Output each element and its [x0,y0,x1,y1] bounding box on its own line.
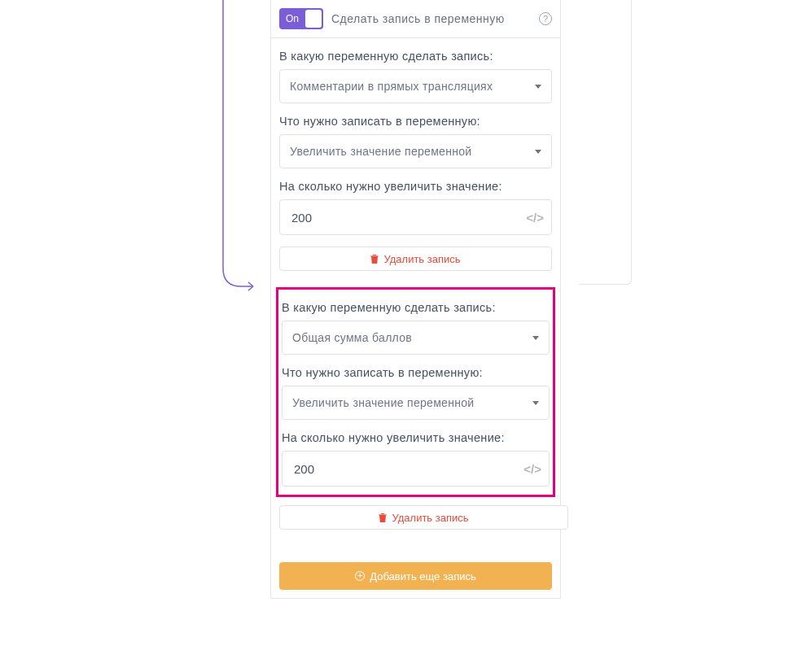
code-icon[interactable]: </> [526,211,544,225]
select-value: Комментарии в прямых трансляциях [290,80,532,93]
value-input[interactable] [282,451,550,487]
field-label-value: На сколько нужно увеличить значение: [279,180,552,193]
panel-header: On Сделать запись в переменную ? [271,0,560,37]
select-value: Увеличить значение переменной [290,145,532,158]
select-value: Общая сумма баллов [292,331,529,344]
variable-select[interactable]: Общая сумма баллов [282,321,550,355]
chevron-down-icon [532,401,539,405]
chevron-down-icon [535,150,541,154]
delete-label: Удалить запись [392,512,468,524]
field-label-variable: В какую переменную сделать запись: [282,301,550,314]
trash-icon [379,513,387,522]
code-icon[interactable]: </> [523,462,541,476]
action-select[interactable]: Увеличить значение переменной [282,386,550,420]
delete-label: Удалить запись [383,253,460,265]
toggle-knob [305,10,322,28]
toggle-on-label: On [279,13,299,24]
add-record-button[interactable]: + Добавить еще запись [279,562,552,590]
add-label: Добавить еще запись [370,570,475,583]
delete-record-button[interactable]: Удалить запись [279,505,568,530]
field-label-variable: В какую переменную сделать запись: [279,50,552,63]
variable-record-panel: On Сделать запись в переменную ? В какую… [270,0,561,599]
value-input[interactable] [279,199,552,235]
record-block-highlighted: В какую переменную сделать запись: Общая… [276,287,555,497]
enable-toggle[interactable]: On [279,8,323,29]
select-value: Увеличить значение переменной [292,396,529,409]
adjacent-panel-edge [579,0,632,285]
chevron-down-icon [535,85,541,89]
help-icon[interactable]: ? [539,12,552,25]
trash-icon [370,254,379,264]
variable-select[interactable]: Комментарии в прямых трансляциях [279,69,552,103]
panel-title: Сделать запись в переменную [331,12,531,25]
value-input-wrap: </> [282,451,550,487]
record-block: В какую переменную сделать запись: Комме… [271,38,560,279]
delete-record-button[interactable]: Удалить запись [279,247,552,271]
field-label-value: На сколько нужно увеличить значение: [282,431,550,444]
chevron-down-icon [532,336,539,340]
field-label-action: Что нужно записать в переменную: [282,366,550,379]
value-input-wrap: </> [279,199,552,235]
field-label-action: Что нужно записать в переменную: [279,115,552,128]
action-select[interactable]: Увеличить значение переменной [279,134,552,168]
plus-circle-icon: + [355,571,365,581]
